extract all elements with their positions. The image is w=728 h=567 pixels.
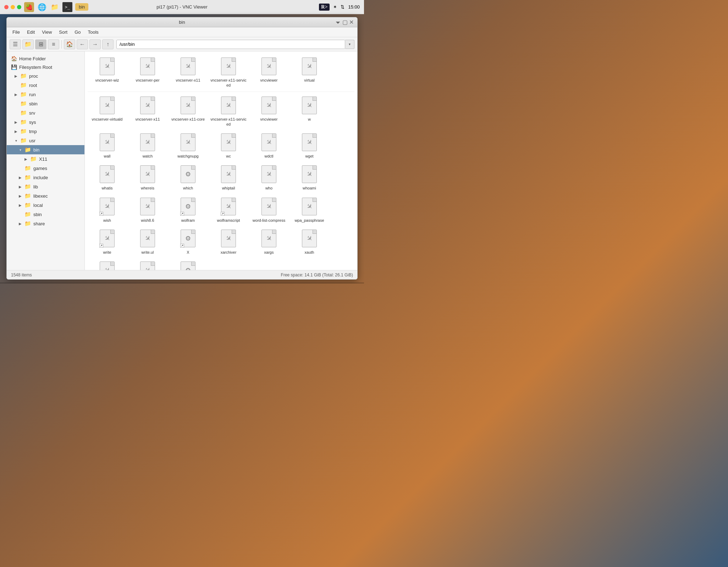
sidebar-item-run[interactable]: ▶ 📁 run <box>7 90 84 99</box>
sidebar-item-share[interactable]: ▶ 📁 share <box>7 219 84 228</box>
sidebar-item-filesystem-root[interactable]: 💾 Filesystem Root <box>7 63 84 71</box>
list-item[interactable]: ✈ ↗ write <box>88 226 127 257</box>
fm-close-btn[interactable]: ✕ <box>349 19 354 26</box>
list-item[interactable]: ✈ vncviewer <box>249 93 288 129</box>
list-item[interactable]: ✈ xarchiver <box>209 226 248 257</box>
maximize-button[interactable] <box>17 5 21 9</box>
file-grid-container: ✈ vncserver-virtuald ✈ vncserver-x11 ✈ v… <box>88 93 354 270</box>
folder-run-icon: 📁 <box>20 91 27 98</box>
expand-include-icon: ▶ <box>18 176 22 180</box>
sidebar-item-usr[interactable]: ▾ 📁 usr <box>7 136 84 145</box>
list-item[interactable]: ✈ xargs <box>249 226 288 257</box>
sidebar-item-srv[interactable]: 📁 srv <box>7 108 84 117</box>
list-item[interactable]: ✈ who <box>249 162 288 193</box>
list-item[interactable]: ⚙ which <box>169 162 208 193</box>
sidebar-item-bin[interactable]: ▾ 📁 bin <box>7 145 84 154</box>
list-item[interactable]: ✈ wdctl <box>249 130 288 161</box>
sidebar-item-lib[interactable]: ▶ 📁 lib <box>7 182 84 191</box>
sidebar-sbin2-label: sbin <box>33 212 42 217</box>
list-item[interactable]: ✈ vncserver-per <box>128 54 167 90</box>
sidebar-toggle-btn[interactable]: ☰ <box>10 39 21 49</box>
list-item[interactable]: ⚙ ↗ X <box>169 226 208 257</box>
up-btn[interactable]: ↑ <box>102 39 114 49</box>
fm-minimize-btn[interactable]: 🞃 <box>335 19 341 26</box>
list-item[interactable]: ✈ vncserver-x11-serviced <box>209 93 248 129</box>
folder-icon[interactable]: 📁 <box>50 2 60 12</box>
list-item[interactable]: ✈ w <box>290 93 329 129</box>
list-item[interactable]: ✈ vncserver-x11-serviced <box>209 54 248 90</box>
menu-edit[interactable]: Edit <box>24 28 38 36</box>
raspberry-pi-icon[interactable]: 🍓 <box>24 2 34 12</box>
list-item[interactable]: ✈ word-list-compress <box>249 194 288 225</box>
list-item[interactable]: ⚙ ↗ wolfram <box>169 194 208 225</box>
expand-libexec-icon: ▶ <box>18 194 22 198</box>
list-item[interactable]: ✈ vncserver-x11 <box>169 54 208 90</box>
browser-icon[interactable]: 🌐 <box>37 2 47 12</box>
list-item[interactable]: ✈ write.ul <box>128 226 167 257</box>
mac-topbar: 🍓 🌐 📁 >_ bin pi17 (pi17) - VNC Viewer R>… <box>0 0 364 14</box>
fm-content: 🏠 Home Folder 💾 Filesystem Root ▶ 📁 proc… <box>7 51 357 270</box>
list-item[interactable]: ✈ vncserver-virtuald <box>88 93 127 129</box>
sidebar-item-games[interactable]: 📁 games <box>7 164 84 173</box>
list-item[interactable]: ✈ wget <box>290 130 329 161</box>
sidebar-item-local[interactable]: ▶ 📁 local <box>7 200 84 210</box>
sidebar-item-sys[interactable]: ▶ 📁 sys <box>7 117 84 127</box>
list-item[interactable]: ✈ wc <box>209 130 248 161</box>
sidebar-X11-label: X11 <box>39 156 47 162</box>
list-item[interactable]: ✈ xdg-open <box>128 258 167 270</box>
parent-folder-btn[interactable]: 📁 <box>22 39 34 49</box>
sidebar-bin-label: bin <box>33 147 39 153</box>
sidebar-item-tmp[interactable]: ▶ 📁 tmp <box>7 127 84 136</box>
close-button[interactable] <box>4 5 9 9</box>
list-item[interactable]: ✈ xauth <box>290 226 329 257</box>
sidebar-item-include[interactable]: ▶ 📁 include <box>7 173 84 182</box>
menu-view[interactable]: View <box>39 28 55 36</box>
sidebar-item-sbin2[interactable]: 📁 sbin <box>7 210 84 219</box>
sidebar-item-proc[interactable]: ▶ 📁 proc <box>7 71 84 81</box>
sidebar-item-root[interactable]: 📁 root <box>7 81 84 90</box>
menu-go[interactable]: Go <box>72 28 83 36</box>
menu-tools[interactable]: Tools <box>85 28 101 36</box>
list-item[interactable]: ✈ whiptail <box>209 162 248 193</box>
fm-maximize-btn[interactable]: ▢ <box>342 19 348 26</box>
terminal-icon[interactable]: >_ <box>62 2 72 12</box>
sidebar-run-label: run <box>29 92 36 97</box>
list-item[interactable]: ✈ wpa_passphrase <box>290 194 329 225</box>
list-item[interactable]: ✈ vncserver-wiz <box>88 54 127 90</box>
list-item[interactable]: ✈ xcutsel <box>88 258 127 270</box>
list-item[interactable]: ✈ vncviewer <box>249 54 288 90</box>
fm-menubar: File Edit View Sort Go Tools <box>7 27 357 37</box>
address-bar-input[interactable] <box>116 40 345 49</box>
file-manager-window: bin 🞃 ▢ ✕ File Edit View Sort Go Tools ☰… <box>6 17 358 280</box>
list-item[interactable]: ✈ whereis <box>128 162 167 193</box>
sidebar-item-home-folder[interactable]: 🏠 Home Folder <box>7 54 84 63</box>
list-item[interactable]: ⚙ xdpyinfo <box>169 258 208 270</box>
sidebar-item-X11[interactable]: ▶ 📁 X11 <box>7 154 84 164</box>
address-dropdown-btn[interactable]: ▾ <box>345 40 354 49</box>
minimize-button[interactable] <box>11 5 15 9</box>
list-item[interactable]: ✈ watch <box>128 130 167 161</box>
list-item[interactable]: ✈ whoami <box>290 162 329 193</box>
forward-btn[interactable]: → <box>89 39 101 49</box>
list-view-btn[interactable]: ≡ <box>48 39 59 49</box>
back-btn[interactable]: ← <box>77 39 88 49</box>
list-item[interactable]: ✈ ↗ wish <box>88 194 127 225</box>
list-item[interactable]: ✈ vncserver-x11-core <box>169 93 208 129</box>
menu-sort[interactable]: Sort <box>56 28 70 36</box>
list-item[interactable]: ✈ vncserver-x11 <box>128 93 167 129</box>
list-item[interactable]: ✈ wish8.6 <box>128 194 167 225</box>
sidebar-item-sbin[interactable]: 📁 sbin <box>7 99 84 108</box>
free-space: Free space: 14.1 GiB (Total: 26.1 GiB) <box>281 273 353 277</box>
list-item[interactable]: ✈ virtual <box>290 54 329 90</box>
list-item[interactable]: ✈ ↗ wolframscript <box>209 194 248 225</box>
icon-view-btn[interactable]: ⊞ <box>35 39 46 49</box>
list-item[interactable]: ✈ watchgnupg <box>169 130 208 161</box>
sidebar-lib-label: lib <box>33 184 38 189</box>
home-btn[interactable]: 🏠 <box>64 39 75 49</box>
menu-file[interactable]: File <box>10 28 23 36</box>
active-folder-label[interactable]: bin <box>75 3 88 11</box>
list-item[interactable]: ✈ wall <box>88 130 127 161</box>
list-item[interactable]: ✈ whatis <box>88 162 127 193</box>
folder-root-icon: 📁 <box>20 82 27 88</box>
sidebar-item-libexec[interactable]: ▶ 📁 libexec <box>7 191 84 200</box>
